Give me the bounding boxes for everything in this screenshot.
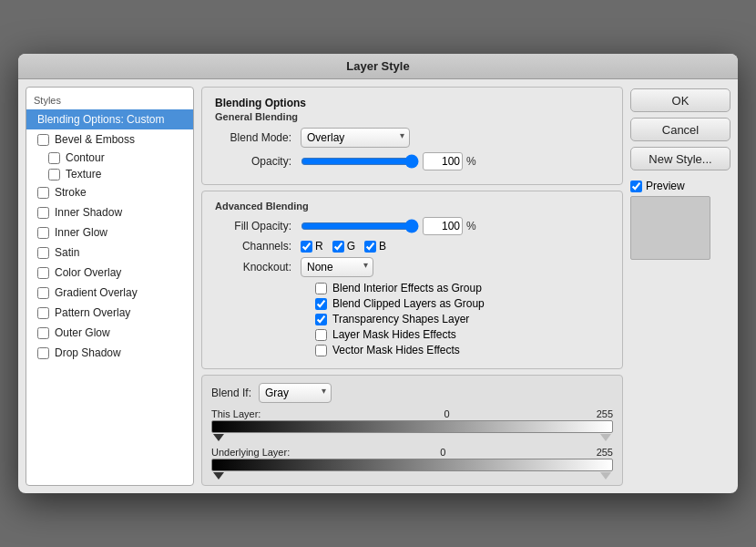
sidebar-item-contour[interactable]: Contour: [26, 150, 193, 166]
this-layer-labels: This Layer: 0 255: [211, 408, 613, 419]
ok-button[interactable]: OK: [630, 88, 730, 112]
fill-opacity-slider[interactable]: [301, 219, 419, 233]
cancel-button[interactable]: Cancel: [630, 118, 730, 141]
this-layer-section: This Layer: 0 255: [211, 408, 613, 439]
preview-checkbox[interactable]: [630, 181, 642, 192]
sidebar-item-gradient-overlay[interactable]: Gradient Overlay: [26, 283, 193, 303]
sidebar-item-inner-glow[interactable]: Inner Glow: [26, 222, 193, 243]
channel-g-checkbox[interactable]: [332, 241, 344, 253]
preview-check[interactable]: Preview: [630, 180, 685, 192]
vector-mask-row: Vector Mask Hides Effects: [215, 344, 609, 356]
blend-interior-checkbox[interactable]: [315, 283, 327, 294]
transparency-shapes-checkbox[interactable]: [315, 314, 327, 325]
styles-header: Styles: [26, 91, 193, 109]
channel-r-check[interactable]: R: [301, 240, 323, 253]
sidebar-item-color-overlay[interactable]: Color Overlay: [26, 263, 193, 283]
gradient-overlay-checkbox[interactable]: [37, 287, 49, 299]
sidebar-item-label: Texture: [66, 168, 101, 181]
opacity-slider[interactable]: [301, 154, 419, 169]
fill-opacity-input[interactable]: [423, 217, 463, 235]
underlying-layer-labels: Underlying Layer: 0 255: [211, 447, 613, 458]
channels-row: Channels: R G B: [215, 240, 609, 253]
sidebar-item-stroke[interactable]: Stroke: [26, 182, 193, 202]
advanced-blending-section: Advanced Blending Fill Opacity: % Channe…: [201, 191, 623, 369]
underlying-layer-gradient: [211, 459, 613, 471]
styles-label: Styles: [34, 95, 61, 106]
sidebar-item-drop-shadow[interactable]: Drop Shadow: [26, 343, 193, 363]
bevel-emboss-checkbox[interactable]: [37, 134, 49, 146]
blend-clipped-row: Blend Clipped Layers as Group: [215, 297, 609, 310]
drop-shadow-checkbox[interactable]: [37, 347, 49, 359]
underlying-layer-max: 255: [597, 447, 613, 458]
contour-checkbox[interactable]: [48, 152, 60, 164]
underlying-layer-left-handle[interactable]: [213, 472, 224, 480]
vector-mask-checkbox[interactable]: [315, 345, 327, 356]
underlying-layer-label: Underlying Layer:: [211, 447, 290, 458]
underlying-layer-section: Underlying Layer: 0 255: [211, 447, 613, 478]
underlying-layer-right-handle[interactable]: [600, 472, 611, 480]
sidebar-item-label: Blending Options: Custom: [37, 113, 164, 126]
blend-mode-row: Blend Mode: Overlay Normal Dissolve Mult…: [215, 128, 609, 148]
transparency-shapes-row: Transparency Shapes Layer: [215, 313, 609, 325]
sidebar-item-outer-glow[interactable]: Outer Glow: [26, 323, 193, 343]
texture-checkbox[interactable]: [48, 169, 60, 181]
channel-b-checkbox[interactable]: [364, 241, 376, 253]
fill-opacity-pct: %: [466, 220, 476, 232]
color-overlay-checkbox[interactable]: [37, 267, 49, 279]
layer-mask-checkbox[interactable]: [315, 329, 327, 341]
sidebar-item-label: Color Overlay: [55, 266, 121, 279]
blend-if-label: Blend If:: [211, 387, 251, 399]
blend-if-select-wrap: Gray Red Green Blue: [259, 383, 332, 403]
layer-mask-label: Layer Mask Hides Effects: [332, 328, 456, 341]
outer-glow-checkbox[interactable]: [37, 327, 49, 339]
knockout-select[interactable]: None Shallow Deep: [301, 257, 373, 277]
knockout-select-wrap: None Shallow Deep: [301, 257, 373, 277]
channel-b-check[interactable]: B: [364, 240, 386, 253]
preview-label: Preview: [646, 180, 685, 192]
sidebar-item-label: Pattern Overlay: [55, 306, 130, 319]
sidebar-item-label: Outer Glow: [55, 326, 110, 339]
vector-mask-label: Vector Mask Hides Effects: [332, 344, 460, 356]
sidebar-item-inner-shadow[interactable]: Inner Shadow: [26, 202, 193, 222]
sidebar-item-texture[interactable]: Texture: [26, 166, 193, 182]
opacity-slider-wrap: %: [301, 152, 476, 170]
channel-g-label: G: [347, 240, 355, 253]
new-style-button[interactable]: New Style...: [630, 147, 730, 170]
this-layer-right-handle[interactable]: [600, 434, 611, 441]
action-panel: OK Cancel New Style... Preview: [630, 87, 730, 486]
advanced-blending-subtitle: Advanced Blending: [215, 201, 609, 212]
styles-panel: Styles Blending Options: Custom Bevel & …: [26, 87, 194, 486]
blend-mode-select[interactable]: Overlay Normal Dissolve Multiply Screen: [301, 128, 410, 148]
general-blending-section: Blending Options General Blending Blend …: [201, 87, 623, 185]
channel-g-check[interactable]: G: [332, 240, 355, 253]
sidebar-item-label: Drop Shadow: [55, 346, 121, 359]
sidebar-item-label: Contour: [66, 151, 105, 164]
dialog-title: Layer Style: [18, 54, 738, 79]
opacity-input[interactable]: [423, 152, 463, 170]
sidebar-item-label: Stroke: [55, 186, 87, 199]
pattern-overlay-checkbox[interactable]: [37, 307, 49, 319]
blend-clipped-checkbox[interactable]: [315, 298, 327, 310]
this-layer-left-handle[interactable]: [213, 434, 224, 441]
blend-mode-select-wrap: Overlay Normal Dissolve Multiply Screen: [301, 128, 410, 148]
general-blending-subtitle: General Blending: [215, 111, 609, 122]
sidebar-item-bevel-emboss[interactable]: Bevel & Emboss: [26, 129, 193, 150]
inner-glow-checkbox[interactable]: [37, 227, 49, 239]
sidebar-item-pattern-overlay[interactable]: Pattern Overlay: [26, 303, 193, 323]
preview-section: Preview: [630, 180, 730, 260]
channel-r-checkbox[interactable]: [301, 241, 312, 253]
sidebar-item-satin[interactable]: Satin: [26, 243, 193, 263]
knockout-label: Knockout:: [215, 261, 297, 274]
this-layer-gradient: [211, 420, 613, 433]
sidebar-item-blending-options[interactable]: Blending Options: Custom: [26, 109, 193, 129]
fill-opacity-slider-wrap: %: [301, 217, 476, 235]
satin-checkbox[interactable]: [37, 247, 49, 259]
sidebar-item-label: Gradient Overlay: [55, 286, 138, 299]
sidebar-item-label: Inner Glow: [55, 226, 107, 239]
blend-if-select[interactable]: Gray Red Green Blue: [259, 383, 332, 403]
layer-style-dialog: Layer Style Styles Blending Options: Cus…: [18, 54, 738, 493]
inner-shadow-checkbox[interactable]: [37, 207, 49, 219]
stroke-checkbox[interactable]: [37, 187, 49, 199]
preview-thumbnail: [630, 196, 710, 260]
blend-if-section: Blend If: Gray Red Green Blue This Layer…: [201, 375, 623, 486]
